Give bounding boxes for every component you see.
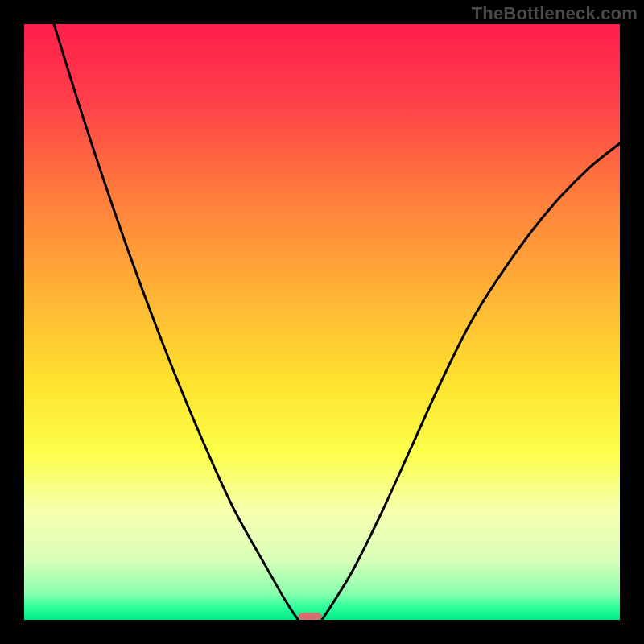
chart-canvas	[24, 24, 620, 620]
gradient-background	[24, 24, 620, 620]
plot-area	[24, 24, 620, 620]
watermark-text: TheBottleneck.com	[472, 3, 638, 24]
minimum-marker	[298, 613, 322, 620]
chart-frame: TheBottleneck.com	[0, 0, 644, 644]
